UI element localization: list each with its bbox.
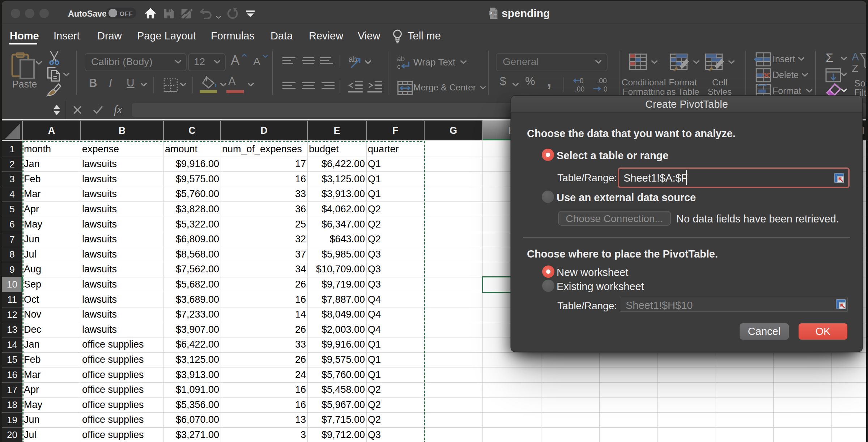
svg-text:.00: .00 bbox=[597, 77, 607, 85]
svg-text:0: 0 bbox=[604, 85, 608, 93]
svg-text:ab: ab bbox=[397, 55, 405, 63]
svg-text:.00: .00 bbox=[575, 85, 584, 93]
svg-text:X: X bbox=[490, 11, 493, 15]
svg-text:c: c bbox=[397, 63, 401, 70]
svg-text:0: 0 bbox=[580, 77, 584, 85]
